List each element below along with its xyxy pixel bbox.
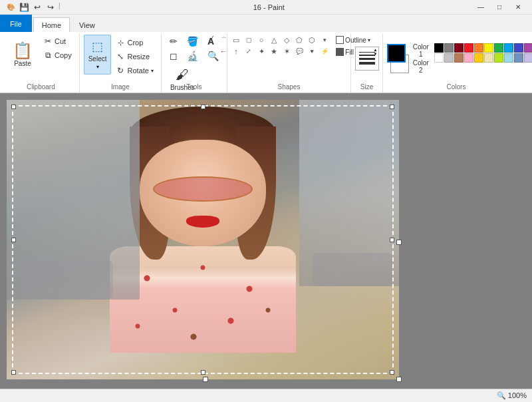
swatch-green[interactable]: [494, 43, 503, 53]
swatch-yellow[interactable]: [484, 43, 493, 53]
copy-label: Copy: [55, 51, 72, 59]
size-group: ▲ ▼ Size: [351, 33, 383, 93]
swatch-pink[interactable]: [464, 53, 473, 63]
close-button[interactable]: ✕: [509, 1, 527, 14]
size-selector[interactable]: ▲ ▼: [355, 47, 379, 71]
swatch-cyan[interactable]: [504, 43, 513, 53]
swatch-blue[interactable]: [514, 43, 523, 53]
redo-icon[interactable]: ↪: [45, 2, 56, 13]
swatch-lightgray[interactable]: [444, 53, 454, 63]
shapes-label: Shapes: [277, 83, 300, 91]
color-set: Color 1 Color 2: [387, 43, 430, 74]
rotate-button[interactable]: ↻ Rotate ▾: [112, 64, 156, 77]
shape-heart[interactable]: ♥: [306, 46, 318, 57]
swatch-lightblue[interactable]: [504, 53, 513, 63]
shape-arrow-up[interactable]: ↑: [230, 46, 242, 57]
shape-diamond[interactable]: ◇: [281, 35, 293, 45]
color1-box[interactable]: [387, 44, 406, 63]
swatch-slate[interactable]: [514, 53, 523, 63]
maximize-button[interactable]: □: [491, 1, 508, 14]
shape-star4[interactable]: ✦: [255, 46, 267, 57]
status-bar: 🔍 100%: [0, 389, 532, 402]
swatch-lavender[interactable]: [524, 53, 532, 63]
shape-more[interactable]: ▾: [319, 35, 331, 45]
select-tool-button[interactable]: ⬚ Select ▾: [84, 35, 112, 75]
zoom-level: 🔍 100%: [497, 391, 527, 400]
sunglasses: [153, 176, 253, 202]
color-labels-stack: Color 1 Color 2: [411, 43, 430, 74]
shape-arrow-left[interactable]: ←: [217, 46, 229, 57]
minimize-button[interactable]: —: [472, 1, 489, 14]
shape-lightning[interactable]: ⚡: [319, 46, 331, 57]
paint-canvas[interactable]: [7, 100, 399, 379]
tab-view[interactable]: View: [70, 17, 104, 32]
face: [140, 140, 266, 246]
zoom-value: 100%: [508, 391, 527, 399]
shape-triangle[interactable]: △: [268, 35, 280, 45]
swatch-red[interactable]: [464, 43, 473, 53]
swatch-brown[interactable]: [454, 53, 464, 63]
shape-arrow-quad[interactable]: ⤢: [243, 46, 255, 57]
canvas-image[interactable]: [7, 100, 399, 379]
resize-button[interactable]: ⤡ Resize: [112, 50, 156, 63]
pencil-button[interactable]: ✏: [166, 35, 182, 48]
size-down-arrow[interactable]: ▼: [374, 52, 378, 56]
pencil-icon: ✏: [170, 36, 178, 47]
swatch-black[interactable]: [434, 43, 444, 53]
rotate-icon: ↻: [116, 66, 125, 75]
crop-label: Crop: [127, 39, 143, 47]
shape-star6[interactable]: ✶: [281, 46, 293, 57]
shape-pentagon[interactable]: ⬠: [293, 35, 305, 45]
shape-star5[interactable]: ★: [268, 46, 280, 57]
title-bar: 🎨 💾 ↩ ↪ | 16 - Paint — □ ✕: [0, 0, 532, 15]
canvas-resize-bottom[interactable]: [203, 377, 208, 382]
save-icon[interactable]: 💾: [19, 2, 29, 13]
tab-file[interactable]: File: [0, 15, 32, 32]
swatch-cream[interactable]: [484, 53, 493, 63]
shape-ellipse[interactable]: ○: [255, 35, 267, 45]
canvas-resize-right[interactable]: [396, 240, 402, 245]
colors-label: Colors: [447, 83, 466, 91]
eraser-button[interactable]: ◻: [166, 49, 182, 63]
size-arrows: ▲ ▼: [374, 48, 378, 56]
fill-icon: 🪣: [187, 36, 198, 47]
swatch-purple[interactable]: [524, 43, 532, 53]
canvas-resize-handle[interactable]: [396, 377, 402, 382]
shape-rect[interactable]: ▭: [230, 35, 242, 45]
cut-button[interactable]: ✂ Cut: [40, 35, 75, 48]
shape-curve[interactable]: ⌒: [217, 35, 229, 45]
shape-line[interactable]: ╱: [205, 35, 217, 45]
swatch-gray[interactable]: [444, 43, 454, 53]
size-line-2: [359, 55, 375, 56]
color-picker-button[interactable]: 🔬: [183, 49, 202, 63]
shapes-group: ╱ ⌒ ▭ ▢ ○ △ ◇ ⬠ ⬡ ▾ → ← ↑ ⤢ ✦ ★: [227, 33, 351, 93]
paste-label: Paste: [14, 60, 31, 67]
crop-button[interactable]: ⊹ Crop: [112, 36, 156, 49]
clipboard-label: Clipboard: [27, 83, 55, 91]
window-controls: — □ ✕: [472, 1, 527, 14]
undo-icon[interactable]: ↩: [32, 2, 43, 13]
shape-rounded-rect[interactable]: ▢: [243, 35, 255, 45]
swatch-orange[interactable]: [474, 43, 483, 53]
size-lines: [359, 52, 375, 65]
paste-button[interactable]: 📋 Paste: [7, 35, 39, 75]
color2-label: Color 2: [411, 59, 430, 74]
window-title: 16 - Paint: [66, 3, 472, 11]
shape-hexagon[interactable]: ⬡: [306, 35, 318, 45]
swatch-lime[interactable]: [494, 53, 503, 63]
paste-icon: 📋: [13, 43, 33, 59]
separator: |: [59, 2, 61, 13]
zoom-icon-status: 🔍: [497, 391, 506, 399]
shapes-row-1: ╱ ⌒ ▭ ▢ ○ △ ◇ ⬠ ⬡ ▾: [205, 35, 331, 45]
swatch-gold[interactable]: [474, 53, 483, 63]
fill-button[interactable]: 🪣: [183, 35, 202, 48]
swatch-white[interactable]: [434, 53, 444, 63]
app-icon: 🎨: [5, 2, 16, 13]
shape-callout[interactable]: 💬: [293, 46, 305, 57]
copy-button[interactable]: ⧉ Copy: [40, 49, 75, 62]
swatch-darkred[interactable]: [454, 43, 464, 53]
shape-arrow-right[interactable]: →: [205, 46, 217, 57]
fill-shape-icon: [336, 48, 344, 56]
image-label: Image: [111, 83, 130, 91]
tab-home[interactable]: Home: [33, 17, 70, 32]
